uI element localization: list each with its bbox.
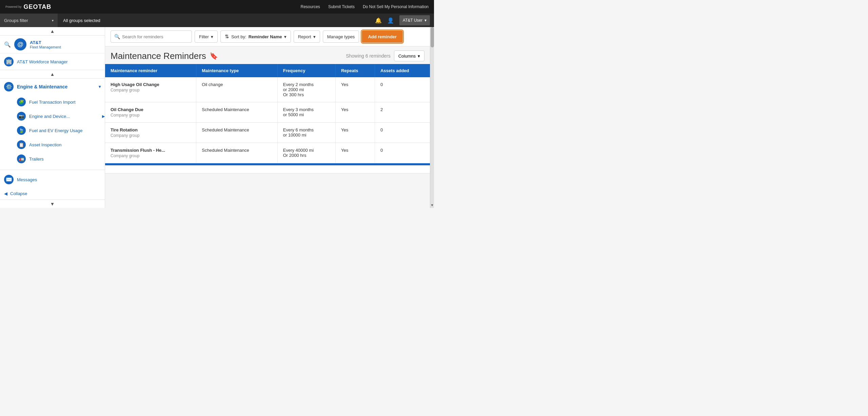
sidebar-item-messages[interactable]: ✉️ Messages <box>0 171 105 188</box>
brand-logo-circle: @ <box>14 38 26 50</box>
col-header-reminder: Maintenance reminder <box>105 64 196 77</box>
table-header: Maintenance reminder Maintenance type Fr… <box>105 64 430 77</box>
user-profile-icon[interactable]: 👤 <box>387 17 394 24</box>
bookmark-icon[interactable]: 🔖 <box>210 52 218 60</box>
fuel-transaction-icon: 🧩 <box>17 98 26 106</box>
sort-button[interactable]: ⇅ Sort by: Reminder Name ▾ <box>220 30 291 43</box>
engine-maintenance-expand-icon: ▾ <box>99 84 101 89</box>
manage-types-button[interactable]: Manage types <box>323 30 359 43</box>
sort-value: Reminder Name <box>249 34 282 39</box>
col-header-assets: Assets added <box>375 64 430 77</box>
sidebar-item-maintenance[interactable]: 🔧 Maintenance... ▶ <box>0 166 105 168</box>
sidebar-item-trailers[interactable]: 🚛 Trailers <box>0 152 105 166</box>
do-not-sell-link[interactable]: Do Not Sell My Personal Information <box>363 4 429 9</box>
search-box[interactable]: 🔍 <box>111 30 192 43</box>
logo-area: Powered by GEOTAB <box>5 3 51 11</box>
table-row[interactable]: Transmission Flush - He... Company group… <box>105 143 430 163</box>
groups-filter-label: Groups filter <box>4 18 28 23</box>
sidebar-separator <box>0 170 105 170</box>
scroll-down-arrow-icon[interactable]: ▼ <box>430 202 434 208</box>
filter-button[interactable]: Filter ▾ <box>195 30 218 43</box>
sidebar-item-asset-inspection[interactable]: 📋 Asset Inspection <box>0 138 105 152</box>
table-row[interactable]: High Usage Oil Change Company group Oil … <box>105 77 430 102</box>
showing-text: Showing 6 reminders <box>346 53 391 59</box>
filter-label: Filter <box>199 34 209 39</box>
table-body: High Usage Oil Change Company group Oil … <box>105 77 430 173</box>
engine-device-arrow-icon: ▶ <box>102 114 105 119</box>
sidebar-item-engine-maintenance[interactable]: ⚙️ Engine & Maintenance ▾ <box>0 79 105 95</box>
table-row-partial[interactable] <box>105 163 430 173</box>
cell-assets-1: 2 <box>375 102 430 123</box>
collapse-label: Collapse <box>10 191 27 196</box>
collapse-sidebar-button[interactable]: ◀ Collapse <box>0 188 105 200</box>
user-menu-button[interactable]: AT&T User ▾ <box>399 15 430 25</box>
sidebar-search-area: 🔍 <box>4 41 11 48</box>
reminders-table-container: Maintenance reminder Maintenance type Fr… <box>105 64 430 208</box>
columns-button[interactable]: Columns ▾ <box>394 50 425 61</box>
filter-chevron-icon: ▾ <box>211 34 213 39</box>
geotab-text: GEOTAB <box>24 3 52 11</box>
sidebar-scroll-down[interactable]: ▼ <box>0 200 105 208</box>
resources-link[interactable]: Resources <box>301 4 320 9</box>
sidebar-item-workforce[interactable]: 🏢 AT&T Workforce Manager <box>0 54 105 70</box>
sidebar-scroll-up[interactable]: ▲ <box>0 27 105 36</box>
cell-type-2: Scheduled Maintenance <box>196 123 277 143</box>
brand-subtitle: Fleet Management <box>30 45 61 49</box>
section-scroll-up[interactable]: ▲ <box>0 70 105 79</box>
add-reminder-label: Add reminder <box>368 34 397 39</box>
report-label: Report <box>298 34 311 39</box>
asset-inspection-label: Asset Inspection <box>29 142 61 147</box>
user-controls: 🔔 👤 AT&T User ▾ <box>375 15 434 25</box>
powered-by-text: Powered by <box>5 5 22 9</box>
sidebar-brand-row: 🔍 @ AT&T Fleet Management <box>0 36 105 54</box>
reminders-table: Maintenance reminder Maintenance type Fr… <box>105 64 430 173</box>
user-name-text: AT&T User <box>403 18 422 23</box>
cell-reminder-name: High Usage Oil Change Company group <box>105 77 196 102</box>
top-nav-links: Resources Submit Tickets Do Not Sell My … <box>301 4 429 9</box>
sidebar: ▲ 🔍 @ AT&T Fleet Management 🏢 AT&T Workf… <box>0 27 105 208</box>
sidebar-item-fuel-ev[interactable]: 🍃 Fuel and EV Energy Usage <box>0 123 105 138</box>
cell-type-3: Scheduled Maintenance <box>196 143 277 163</box>
engine-device-label: Engine and Device... <box>29 114 70 119</box>
cell-frequency-1: Every 3 months or 5000 mi <box>277 102 335 123</box>
columns-label: Columns <box>398 54 416 59</box>
sort-label: Sort by: <box>231 34 246 39</box>
sidebar-search-icon[interactable]: 🔍 <box>4 41 11 48</box>
page-header: Maintenance Reminders 🔖 Showing 6 remind… <box>105 46 430 64</box>
trailers-label: Trailers <box>29 157 44 162</box>
right-scrollbar[interactable]: ▲ ▼ <box>430 27 434 208</box>
report-button[interactable]: Report ▾ <box>294 30 320 43</box>
workforce-label: AT&T Workforce Manager <box>17 59 68 64</box>
search-input[interactable] <box>122 34 183 39</box>
cell-reminder-name-2: Tire Rotation Company group <box>105 123 196 143</box>
groups-filter-button[interactable]: Groups filter ▾ <box>0 14 58 27</box>
user-menu-chevron-icon: ▾ <box>425 18 427 23</box>
messages-label: Messages <box>17 177 37 182</box>
table-row[interactable]: Tire Rotation Company group Scheduled Ma… <box>105 123 430 143</box>
sidebar-item-engine-device[interactable]: 📷 Engine and Device... ▶ <box>0 109 105 123</box>
search-icon: 🔍 <box>114 34 120 39</box>
engine-device-icon: 📷 <box>17 112 26 121</box>
page-title: Maintenance Reminders <box>111 51 206 61</box>
scrollbar-thumb[interactable] <box>431 27 434 47</box>
sidebar-item-fuel-transaction[interactable]: 🧩 Fuel Transaction Import <box>0 95 105 109</box>
fuel-ev-icon: 🍃 <box>17 126 26 135</box>
columns-chevron-icon: ▾ <box>418 54 420 59</box>
brand-name: AT&T <box>30 40 61 45</box>
notifications-bell-icon[interactable]: 🔔 <box>375 17 382 24</box>
table-row[interactable]: Oil Change Due Company group Scheduled M… <box>105 102 430 123</box>
add-reminder-button[interactable]: Add reminder <box>362 30 403 43</box>
fuel-ev-label: Fuel and EV Energy Usage <box>29 128 83 133</box>
cell-reminder-name-1: Oil Change Due Company group <box>105 102 196 123</box>
cell-repeats-1: Yes <box>335 102 375 123</box>
submit-tickets-link[interactable]: Submit Tickets <box>328 4 355 9</box>
cell-repeats-3: Yes <box>335 143 375 163</box>
trailers-icon: 🚛 <box>17 154 26 163</box>
main-content: 🔍 Filter ▾ ⇅ Sort by: Reminder Name ▾ Re… <box>105 27 430 208</box>
cell-frequency-0: Every 2 months or 2000 mi Or 300 hrs <box>277 77 335 102</box>
col-header-type: Maintenance type <box>196 64 277 77</box>
manage-types-label: Manage types <box>327 34 355 39</box>
cell-reminder-name-3: Transmission Flush - He... Company group <box>105 143 196 163</box>
cell-assets-0: 0 <box>375 77 430 102</box>
page-header-right: Showing 6 reminders Columns ▾ <box>346 50 425 61</box>
